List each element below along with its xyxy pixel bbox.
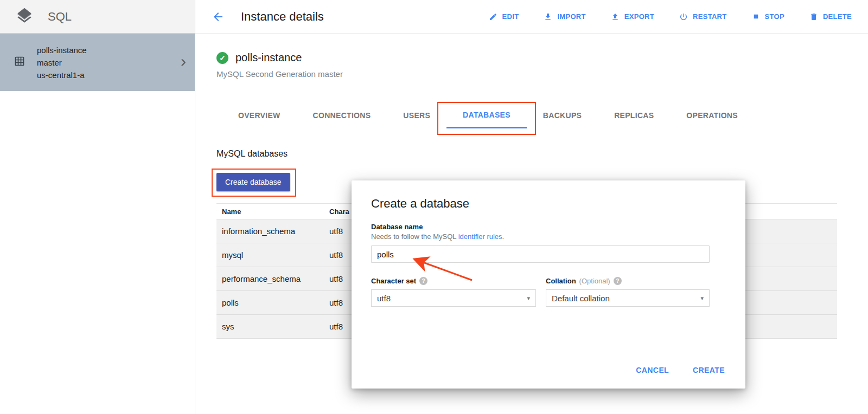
identifier-rules-link[interactable]: identifier rules bbox=[458, 232, 502, 241]
collation-select[interactable]: Default collation ▾ bbox=[546, 289, 710, 307]
restart-button[interactable]: RESTART bbox=[679, 12, 727, 21]
power-icon bbox=[679, 12, 688, 21]
import-icon bbox=[544, 12, 552, 21]
charset-field: Character set ? utf8 ▾ bbox=[371, 277, 536, 307]
caret-down-icon: ▾ bbox=[527, 295, 530, 302]
instance-name: polls-instance bbox=[235, 51, 302, 64]
trash-icon bbox=[809, 12, 818, 21]
db-name-cell: mysql bbox=[216, 250, 329, 260]
database-name-label: Database name bbox=[371, 223, 726, 231]
create-database-dialog: Create a database Database name Needs to… bbox=[352, 180, 745, 389]
charset-help-icon[interactable]: ? bbox=[419, 277, 427, 285]
chevron-right-icon[interactable]: › bbox=[181, 53, 186, 72]
back-arrow-icon bbox=[212, 10, 225, 23]
collation-label: Collation bbox=[546, 277, 576, 285]
pencil-icon bbox=[489, 12, 497, 21]
caret-down-icon: ▾ bbox=[700, 295, 704, 302]
sidebar-instance-role: master bbox=[37, 56, 87, 69]
delete-button[interactable]: DELETE bbox=[809, 12, 852, 21]
app-title: SQL bbox=[48, 10, 72, 24]
import-button[interactable]: IMPORT bbox=[544, 12, 585, 21]
db-name-cell: polls bbox=[216, 298, 329, 307]
database-name-input[interactable] bbox=[371, 245, 710, 263]
dialog-field-row: Character set ? utf8 ▾ Collation (Option… bbox=[371, 277, 726, 307]
edit-button[interactable]: EDIT bbox=[489, 12, 519, 21]
db-name-cell: information_schema bbox=[216, 227, 329, 236]
export-button[interactable]: EXPORT bbox=[611, 12, 654, 21]
export-icon bbox=[611, 12, 620, 21]
tab-operations[interactable]: OPERATIONS bbox=[670, 102, 754, 128]
sidebar-instance-name: polls-instance bbox=[37, 44, 87, 56]
instance-tabs: OVERVIEW CONNECTIONS USERS DATABASES BAC… bbox=[222, 102, 868, 128]
instance-actions: EDIT IMPORT EXPORT RESTART bbox=[489, 12, 852, 21]
create-database-button[interactable]: Create database bbox=[216, 173, 290, 191]
sidebar-instance-text: polls-instance master us-central1-a bbox=[37, 44, 87, 81]
db-name-cell: performance_schema bbox=[216, 274, 329, 283]
column-header-name: Name bbox=[216, 208, 329, 216]
dialog-title: Create a database bbox=[371, 197, 726, 211]
tab-users[interactable]: USERS bbox=[387, 102, 446, 128]
cloud-sql-console: SQL Instance details EDIT IMPORT bbox=[0, 0, 868, 414]
cancel-button[interactable]: CANCEL bbox=[636, 366, 669, 374]
charset-select[interactable]: utf8 ▾ bbox=[371, 289, 536, 307]
stop-button[interactable]: STOP bbox=[752, 12, 784, 21]
instance-header-bar: Instance details EDIT IMPORT EXPORT bbox=[195, 0, 868, 34]
create-database-wrap: Create database bbox=[216, 173, 290, 191]
tab-connections[interactable]: CONNECTIONS bbox=[297, 102, 387, 128]
collation-field: Collation (Optional) ? Default collation… bbox=[546, 277, 710, 307]
tab-databases[interactable]: DATABASES bbox=[446, 102, 527, 128]
sidebar-item-polls-instance[interactable]: polls-instance master us-central1-a › bbox=[0, 34, 195, 91]
collation-optional-label: (Optional) bbox=[579, 277, 610, 285]
stop-icon bbox=[752, 12, 760, 21]
layers-icon bbox=[15, 7, 34, 27]
database-name-hint: Needs to follow the MySQL identifier rul… bbox=[371, 232, 726, 241]
page-title: Instance details bbox=[241, 10, 324, 24]
grid-icon bbox=[14, 56, 25, 69]
section-title: MySQL databases bbox=[216, 149, 868, 159]
charset-label: Character set bbox=[371, 277, 416, 285]
db-name-cell: sys bbox=[216, 322, 329, 331]
collation-help-icon[interactable]: ? bbox=[614, 277, 622, 285]
tab-overview[interactable]: OVERVIEW bbox=[222, 102, 297, 128]
dialog-buttons: CANCEL CREATE bbox=[636, 366, 725, 374]
create-button[interactable]: CREATE bbox=[693, 366, 725, 374]
tab-replicas[interactable]: REPLICAS bbox=[598, 102, 670, 128]
status-ok-icon: ✓ bbox=[216, 52, 228, 64]
sidebar-instance-zone: us-central1-a bbox=[37, 69, 87, 81]
instance-sidebar: polls-instance master us-central1-a › bbox=[0, 34, 195, 414]
instance-subtitle: MySQL Second Generation master bbox=[196, 64, 868, 79]
back-button[interactable] bbox=[212, 10, 225, 23]
tab-backups[interactable]: BACKUPS bbox=[527, 102, 598, 128]
sql-brand[interactable]: SQL bbox=[0, 0, 195, 34]
instance-title-row: ✓ polls-instance bbox=[196, 34, 868, 64]
